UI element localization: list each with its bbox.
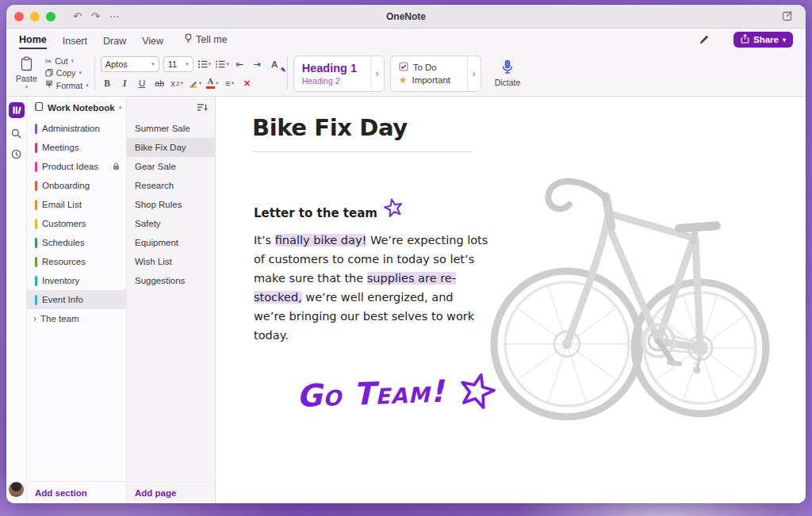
indent-button[interactable]: ⇥ (251, 57, 264, 71)
style-heading1[interactable]: Heading 1 (302, 62, 362, 75)
ribbon-tabs: Home Insert Draw View Tell me Share (6, 29, 806, 51)
titlebar: ↶ ↷ ⋯ OneNote (6, 5, 806, 29)
bold-button[interactable]: B (101, 76, 114, 90)
font-color-button[interactable]: A ▾ (205, 76, 219, 90)
section-color-bar (35, 257, 37, 267)
section-label: Meetings (42, 143, 79, 152)
important-star-icon: ★ (399, 75, 408, 86)
page-item-bike-fix-day[interactable]: Bike Fix Day (127, 138, 215, 157)
tab-draw[interactable]: Draw (103, 32, 126, 47)
font-size-select[interactable]: 11▾ (163, 56, 193, 72)
tag-todo[interactable]: To Do (399, 62, 459, 73)
cut-button[interactable]: ✂ Cut ▾ (45, 56, 89, 66)
section-color-bar (35, 238, 37, 248)
notebook-name: Work Notebook (48, 103, 115, 113)
bullet-list-button[interactable]: ▾ (197, 57, 212, 71)
section-label: Administration (42, 124, 100, 133)
page-title[interactable]: Bike Fix Day (252, 114, 473, 141)
highlighter-button[interactable]: ▾ (188, 76, 202, 90)
tags-gallery-expand[interactable]: › (467, 56, 481, 91)
section-label: Inventory (42, 276, 79, 285)
page-item-equipment[interactable]: Equipment (127, 233, 215, 252)
notebooks-button[interactable] (9, 102, 25, 118)
section-group-the-team[interactable]: › The team (27, 309, 126, 328)
copy-icon (45, 68, 53, 78)
style-heading2[interactable]: Heading 2 (302, 76, 362, 86)
styles-gallery: Heading 1 Heading 2 › (293, 55, 385, 92)
format-painter-button[interactable]: Format ▾ (45, 80, 89, 90)
font-family-select[interactable]: Aptos▾ (101, 56, 159, 72)
page-item-shop-rules[interactable]: Shop Rules (127, 195, 215, 214)
section-color-bar (35, 200, 37, 210)
todo-checkbox-icon (399, 62, 408, 73)
ribbon-toolbar: Paste ▾ ✂ Cut ▾ Copy ▾ (6, 51, 806, 97)
section-item-product-ideas[interactable]: Product Ideas (27, 157, 126, 176)
share-button[interactable]: Share ▾ (733, 32, 793, 48)
minimize-button[interactable] (30, 12, 40, 21)
avatar[interactable] (9, 482, 24, 497)
copy-button[interactable]: Copy ▾ (45, 68, 89, 78)
page-item-summer-sale[interactable]: Summer Sale (127, 119, 215, 138)
subscript-button[interactable]: x2▾ (170, 76, 184, 90)
lock-icon (113, 162, 120, 170)
share-chevron-icon: ▾ (783, 36, 786, 44)
zoom-button[interactable] (46, 12, 56, 21)
letter-heading[interactable]: Letter to the team (254, 206, 377, 220)
page-item-safety[interactable]: Safety (127, 214, 215, 233)
strikethrough-button[interactable]: ab (153, 76, 167, 90)
page-item-suggestions[interactable]: Suggestions (127, 271, 215, 290)
paste-button[interactable]: Paste ▾ (13, 55, 40, 92)
underline-button[interactable]: U (136, 76, 149, 90)
group-chevron-icon: › (33, 313, 36, 324)
recent-notes-icon[interactable] (11, 149, 21, 159)
title-divider (252, 151, 473, 152)
section-item-meetings[interactable]: Meetings (27, 138, 126, 157)
numbered-list-button[interactable]: ▾ (215, 57, 229, 71)
section-item-customers[interactable]: Customers (27, 214, 126, 233)
page-item-research[interactable]: Research (127, 176, 215, 195)
microphone-icon (501, 59, 514, 76)
tab-home[interactable]: Home (19, 31, 47, 49)
section-item-event-info[interactable]: Event Info (27, 290, 126, 309)
section-label: Customers (42, 219, 86, 228)
page-canvas[interactable]: Bike Fix Day Letter to the team It’s fin… (216, 97, 806, 503)
section-item-onboarding[interactable]: Onboarding (27, 176, 126, 195)
add-section-button[interactable]: Add section (35, 488, 87, 498)
section-item-resources[interactable]: Resources (27, 252, 126, 271)
add-page-button[interactable]: Add page (135, 488, 176, 498)
sort-icon[interactable] (197, 101, 208, 115)
notebook-dropdown[interactable]: Work Notebook ▾ (27, 97, 126, 119)
letter-paragraph[interactable]: It’s finally bike day! We’re expecting l… (254, 231, 488, 345)
page-item-gear-sale[interactable]: Gear Sale (127, 157, 215, 176)
tag-important[interactable]: ★ Important (399, 75, 459, 86)
section-color-bar (35, 124, 37, 134)
tab-view[interactable]: View (142, 32, 163, 47)
align-button[interactable]: ≡▾ (223, 76, 236, 90)
section-item-inventory[interactable]: Inventory (27, 271, 126, 290)
ink-text[interactable]: Go Team! (296, 373, 446, 414)
clear-formatting-button[interactable]: ✕ (240, 76, 254, 90)
ink-pen-icon[interactable] (699, 34, 710, 45)
section-item-administration[interactable]: Administration (27, 119, 126, 138)
styles-gallery-expand[interactable]: › (370, 56, 384, 91)
search-icon[interactable] (11, 128, 21, 139)
tab-insert[interactable]: Insert (63, 32, 87, 47)
section-color-bar (35, 276, 37, 286)
styles-a-icon[interactable]: A✎ (268, 57, 282, 71)
section-label: Schedules (42, 238, 85, 247)
section-item-schedules[interactable]: Schedules (27, 233, 126, 252)
dictate-button[interactable]: Dictate (487, 55, 529, 92)
undo-icon[interactable]: ↶ (68, 11, 86, 21)
redo-icon[interactable]: ↷ (86, 11, 105, 21)
close-button[interactable] (14, 12, 24, 21)
section-color-bar (35, 181, 37, 191)
tell-me-bulb-icon (184, 33, 193, 46)
italic-button[interactable]: I (118, 76, 132, 90)
more-icon[interactable]: ⋯ (105, 11, 124, 21)
section-item-email-list[interactable]: Email List (27, 195, 126, 214)
tell-me-button[interactable]: Tell me (184, 33, 228, 46)
paste-chevron-icon: ▾ (25, 84, 29, 90)
outdent-button[interactable]: ⇤ (233, 57, 247, 71)
page-item-wish-list[interactable]: Wish List (127, 252, 215, 271)
compose-icon[interactable] (777, 10, 798, 23)
